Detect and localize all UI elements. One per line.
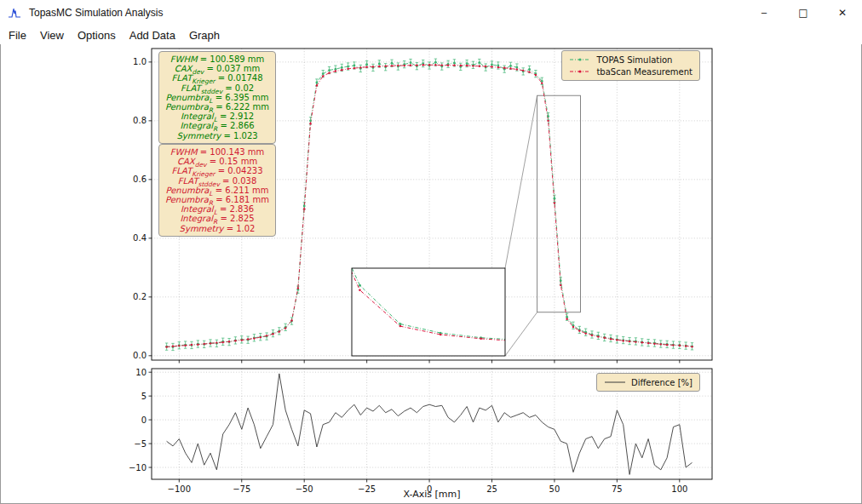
stat-line: PenumbraR = 6.222 mm [165, 102, 269, 112]
stat-line: Symmetry = 1.023 [165, 131, 269, 140]
menu-item-file[interactable]: File [2, 27, 33, 43]
svg-text:5: 5 [141, 392, 147, 401]
stat-line: FLATstddev = 0.038 [165, 176, 269, 186]
stat-line: FWHM = 100.143 mm [165, 147, 269, 157]
simulation-stats-box: FWHM = 100.589 mmCAXdev = 0.037 mmFLATKr… [158, 51, 276, 144]
stat-line: CAXdev = 0.15 mm [165, 157, 269, 166]
close-button[interactable]: ✕ [823, 0, 862, 26]
stat-line: FWHM = 100.589 mm [165, 54, 269, 64]
menu-item-graph[interactable]: Graph [182, 27, 227, 43]
zoom-indicator-rect [537, 95, 581, 312]
menu-item-add-data[interactable]: Add Data [123, 27, 182, 43]
stat-line: CAXdev = 0.037 mm [165, 64, 269, 73]
app-icon [8, 6, 22, 20]
plot-canvas: 0.00.20.40.60.81.0−100−75−50−25025507510… [0, 0, 862, 504]
stat-line: IntegralR = 2.866 [165, 121, 269, 130]
menu-item-view[interactable]: View [33, 27, 71, 43]
x-axis-label: X-Axis [mm] [152, 489, 712, 500]
stat-line: PenumbraL = 6.211 mm [165, 186, 269, 195]
svg-text:0.4: 0.4 [133, 233, 147, 243]
inset-background [352, 268, 505, 356]
zoom-connector-bottom [505, 312, 537, 356]
measurement-stats-box: FWHM = 100.143 mmCAXdev = 0.15 mmFLATKri… [158, 144, 276, 237]
stat-line: PenumbraL = 6.395 mm [165, 93, 269, 102]
svg-text:0.2: 0.2 [133, 292, 147, 301]
window-controls: ─□✕ [744, 0, 862, 26]
legend-label: Difference [%] [631, 378, 692, 387]
svg-text:10: 10 [135, 368, 147, 377]
legend-line-sample [569, 67, 591, 76]
stat-line: Symmetry = 1.02 [165, 224, 269, 233]
svg-text:0.8: 0.8 [133, 116, 147, 125]
menu-item-options[interactable]: Options [71, 27, 123, 43]
maximize-button[interactable]: □ [784, 0, 823, 26]
stat-line: IntegralL = 2.836 [165, 204, 269, 214]
titlebar: TopasMC Simulation Analysis ─□✕ [0, 0, 862, 26]
legend-entry: tbaScan Measurement [569, 66, 692, 77]
menubar: FileViewOptionsAdd DataGraph [0, 26, 862, 44]
difference-legend: Difference [%] [596, 373, 700, 392]
main-legend: TOPAS SimulationtbaScan Measurement [561, 50, 700, 81]
legend-line-sample [569, 55, 591, 64]
window-title: TopasMC Simulation Analysis [29, 7, 163, 19]
stat-line: PenumbraR = 6.181 mm [165, 195, 269, 204]
svg-text:−10: −10 [129, 463, 147, 472]
legend-label: TOPAS Simulation [596, 55, 672, 65]
legend-line-sample [604, 378, 626, 387]
stat-line: IntegralR = 2.825 [165, 214, 269, 223]
svg-text:−5: −5 [134, 439, 147, 449]
svg-text:0.0: 0.0 [133, 351, 147, 360]
minimize-button[interactable]: ─ [744, 0, 784, 26]
svg-text:0: 0 [141, 415, 147, 425]
legend-label: tbaScan Measurement [596, 67, 692, 77]
legend-entry: Difference [%] [604, 376, 692, 388]
main-axes-tick-labels: 0.00.20.40.60.81.0 [133, 57, 147, 360]
stat-line: FLATstddev = 0.02 [165, 83, 269, 93]
stat-line: IntegralL = 2.912 [165, 112, 269, 121]
legend-entry: TOPAS Simulation [569, 54, 692, 66]
stat-line: FLATKrieger = 0.01748 [165, 73, 269, 83]
svg-text:1.0: 1.0 [133, 57, 147, 66]
stat-line: FLATKrieger = 0.04233 [165, 166, 269, 175]
svg-text:0.6: 0.6 [133, 175, 147, 184]
zoom-connector-top [505, 95, 537, 268]
